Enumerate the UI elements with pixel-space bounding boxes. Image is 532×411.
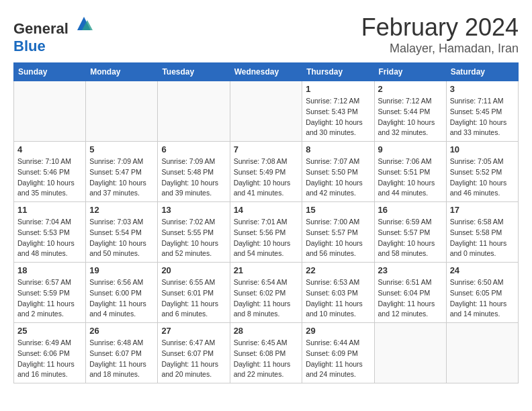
day-number: 1	[306, 84, 370, 94]
day-number: 24	[450, 265, 515, 275]
day-info: Sunrise: 6:57 AM Sunset: 5:59 PM Dayligh…	[17, 277, 82, 320]
day-number: 20	[161, 265, 226, 275]
day-info: Sunrise: 6:49 AM Sunset: 6:06 PM Dayligh…	[17, 338, 82, 380]
calendar-cell: 13Sunrise: 7:02 AM Sunset: 5:55 PM Dayli…	[158, 202, 230, 263]
day-number: 7	[234, 144, 299, 154]
day-info: Sunrise: 6:58 AM Sunset: 5:58 PM Dayligh…	[450, 217, 515, 259]
logo-blue: Blue	[13, 38, 46, 54]
day-info: Sunrise: 6:51 AM Sunset: 6:04 PM Dayligh…	[378, 277, 443, 320]
logo: General Blue	[13, 13, 94, 55]
calendar-cell: 12Sunrise: 7:03 AM Sunset: 5:54 PM Dayli…	[86, 202, 158, 263]
calendar-cell: 28Sunrise: 6:45 AM Sunset: 6:08 PM Dayli…	[230, 323, 302, 383]
weekday-header: Monday	[86, 63, 158, 81]
day-info: Sunrise: 6:48 AM Sunset: 6:07 PM Dayligh…	[89, 338, 154, 380]
day-number: 11	[17, 205, 82, 215]
calendar-cell	[230, 81, 302, 142]
day-number: 12	[89, 205, 154, 215]
day-info: Sunrise: 6:56 AM Sunset: 6:00 PM Dayligh…	[89, 277, 154, 320]
weekday-header: Sunday	[14, 63, 86, 81]
calendar-cell: 14Sunrise: 7:01 AM Sunset: 5:56 PM Dayli…	[230, 202, 302, 263]
logo-text: General Blue	[13, 13, 94, 55]
calendar-table: SundayMondayTuesdayWednesdayThursdayFrid…	[13, 62, 519, 383]
day-info: Sunrise: 6:55 AM Sunset: 6:01 PM Dayligh…	[161, 277, 226, 320]
day-info: Sunrise: 7:09 AM Sunset: 5:47 PM Dayligh…	[89, 156, 154, 199]
day-number: 22	[306, 265, 370, 275]
day-number: 19	[89, 265, 154, 275]
month-title: February 2024	[361, 13, 519, 42]
calendar-cell	[446, 323, 518, 383]
day-info: Sunrise: 7:12 AM Sunset: 5:44 PM Dayligh…	[378, 96, 443, 138]
day-number: 21	[234, 265, 299, 275]
calendar-cell	[374, 323, 446, 383]
calendar-cell: 4Sunrise: 7:10 AM Sunset: 5:46 PM Daylig…	[14, 142, 86, 202]
weekday-header: Friday	[374, 63, 446, 81]
day-info: Sunrise: 7:02 AM Sunset: 5:55 PM Dayligh…	[161, 217, 226, 259]
day-number: 13	[161, 205, 226, 215]
day-info: Sunrise: 7:03 AM Sunset: 5:54 PM Dayligh…	[89, 217, 154, 259]
calendar-header-row: SundayMondayTuesdayWednesdayThursdayFrid…	[14, 63, 519, 81]
calendar-cell: 22Sunrise: 6:53 AM Sunset: 6:03 PM Dayli…	[302, 263, 374, 323]
calendar-cell	[86, 81, 158, 142]
calendar-cell: 7Sunrise: 7:08 AM Sunset: 5:49 PM Daylig…	[230, 142, 302, 202]
day-number: 25	[17, 326, 82, 336]
calendar-cell: 5Sunrise: 7:09 AM Sunset: 5:47 PM Daylig…	[86, 142, 158, 202]
day-number: 28	[234, 326, 299, 336]
calendar-cell: 9Sunrise: 7:06 AM Sunset: 5:51 PM Daylig…	[374, 142, 446, 202]
calendar-cell: 23Sunrise: 6:51 AM Sunset: 6:04 PM Dayli…	[374, 263, 446, 323]
day-number: 18	[17, 265, 82, 275]
day-info: Sunrise: 7:07 AM Sunset: 5:50 PM Dayligh…	[306, 156, 370, 199]
day-info: Sunrise: 7:09 AM Sunset: 5:48 PM Dayligh…	[161, 156, 226, 199]
day-number: 27	[161, 326, 226, 336]
day-info: Sunrise: 7:12 AM Sunset: 5:43 PM Dayligh…	[306, 96, 370, 138]
day-info: Sunrise: 6:47 AM Sunset: 6:07 PM Dayligh…	[161, 338, 226, 380]
day-number: 15	[306, 205, 370, 215]
calendar-cell: 8Sunrise: 7:07 AM Sunset: 5:50 PM Daylig…	[302, 142, 374, 202]
calendar-cell: 18Sunrise: 6:57 AM Sunset: 5:59 PM Dayli…	[14, 263, 86, 323]
calendar-cell: 26Sunrise: 6:48 AM Sunset: 6:07 PM Dayli…	[86, 323, 158, 383]
day-number: 14	[234, 205, 299, 215]
calendar-cell: 17Sunrise: 6:58 AM Sunset: 5:58 PM Dayli…	[446, 202, 518, 263]
day-info: Sunrise: 7:11 AM Sunset: 5:45 PM Dayligh…	[450, 96, 515, 138]
calendar-cell: 1Sunrise: 7:12 AM Sunset: 5:43 PM Daylig…	[302, 81, 374, 142]
day-number: 26	[89, 326, 154, 336]
day-info: Sunrise: 7:06 AM Sunset: 5:51 PM Dayligh…	[378, 156, 443, 199]
calendar-week-row: 1Sunrise: 7:12 AM Sunset: 5:43 PM Daylig…	[14, 81, 519, 142]
day-number: 9	[378, 144, 443, 154]
day-info: Sunrise: 7:10 AM Sunset: 5:46 PM Dayligh…	[17, 156, 82, 199]
calendar-week-row: 4Sunrise: 7:10 AM Sunset: 5:46 PM Daylig…	[14, 142, 519, 202]
page-header: General Blue February 2024 Malayer, Hama…	[13, 13, 519, 56]
calendar-week-row: 25Sunrise: 6:49 AM Sunset: 6:06 PM Dayli…	[14, 323, 519, 383]
calendar-cell: 29Sunrise: 6:44 AM Sunset: 6:09 PM Dayli…	[302, 323, 374, 383]
day-number: 6	[161, 144, 226, 154]
day-number: 5	[89, 144, 154, 154]
day-info: Sunrise: 6:44 AM Sunset: 6:09 PM Dayligh…	[306, 338, 370, 380]
calendar-cell: 24Sunrise: 6:50 AM Sunset: 6:05 PM Dayli…	[446, 263, 518, 323]
weekday-header: Wednesday	[230, 63, 302, 81]
calendar-cell: 3Sunrise: 7:11 AM Sunset: 5:45 PM Daylig…	[446, 81, 518, 142]
calendar-cell: 16Sunrise: 6:59 AM Sunset: 5:57 PM Dayli…	[374, 202, 446, 263]
weekday-header: Saturday	[446, 63, 518, 81]
weekday-header: Thursday	[302, 63, 374, 81]
day-info: Sunrise: 7:05 AM Sunset: 5:52 PM Dayligh…	[450, 156, 515, 199]
calendar-cell: 21Sunrise: 6:54 AM Sunset: 6:02 PM Dayli…	[230, 263, 302, 323]
day-number: 3	[450, 84, 515, 94]
calendar-cell: 25Sunrise: 6:49 AM Sunset: 6:06 PM Dayli…	[14, 323, 86, 383]
day-number: 10	[450, 144, 515, 154]
location-title: Malayer, Hamadan, Iran	[361, 42, 519, 56]
day-info: Sunrise: 6:50 AM Sunset: 6:05 PM Dayligh…	[450, 277, 515, 320]
day-info: Sunrise: 6:45 AM Sunset: 6:08 PM Dayligh…	[234, 338, 299, 380]
calendar-cell	[14, 81, 86, 142]
calendar-cell: 19Sunrise: 6:56 AM Sunset: 6:00 PM Dayli…	[86, 263, 158, 323]
day-number: 4	[17, 144, 82, 154]
calendar-cell: 2Sunrise: 7:12 AM Sunset: 5:44 PM Daylig…	[374, 81, 446, 142]
calendar-week-row: 11Sunrise: 7:04 AM Sunset: 5:53 PM Dayli…	[14, 202, 519, 263]
calendar-cell: 6Sunrise: 7:09 AM Sunset: 5:48 PM Daylig…	[158, 142, 230, 202]
logo-icon	[74, 13, 94, 34]
title-block: February 2024 Malayer, Hamadan, Iran	[361, 13, 519, 56]
calendar-cell: 10Sunrise: 7:05 AM Sunset: 5:52 PM Dayli…	[446, 142, 518, 202]
calendar-cell: 15Sunrise: 7:00 AM Sunset: 5:57 PM Dayli…	[302, 202, 374, 263]
weekday-header: Tuesday	[158, 63, 230, 81]
day-number: 29	[306, 326, 370, 336]
calendar-cell	[158, 81, 230, 142]
day-info: Sunrise: 7:04 AM Sunset: 5:53 PM Dayligh…	[17, 217, 82, 259]
